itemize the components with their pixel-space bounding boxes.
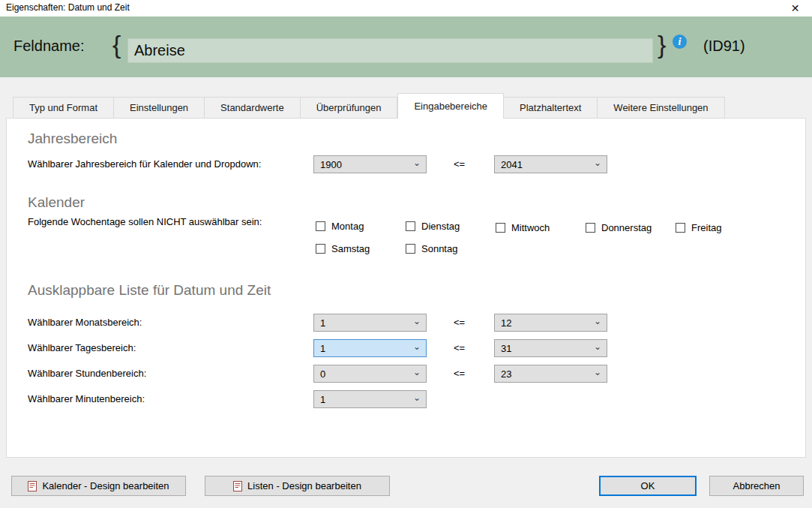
tab-platzhaltertext[interactable]: Platzhaltertext: [504, 97, 598, 119]
checkbox-sonntag[interactable]: Sonntag: [406, 243, 457, 254]
year-section-heading: Jahresbereich: [28, 131, 117, 147]
month-max-dropdown[interactable]: 12 ⌄: [494, 314, 607, 332]
checkbox-montag[interactable]: Montag: [316, 221, 364, 232]
chevron-down-icon: ⌄: [594, 159, 601, 167]
hour-max-dropdown[interactable]: 23 ⌄: [494, 365, 607, 383]
tab-typ-und-format[interactable]: Typ und Format: [13, 97, 114, 119]
day-max-dropdown[interactable]: 31 ⌄: [494, 339, 607, 357]
checkbox-label: Mittwoch: [511, 222, 550, 233]
weekday-exclude-label: Folgende Wochentage sollen NICHT auswähl…: [28, 213, 262, 231]
tab-einstellungen[interactable]: Einstellungen: [114, 97, 205, 119]
hour-min-dropdown[interactable]: 0 ⌄: [313, 365, 427, 383]
design-document-icon: [28, 481, 37, 491]
year-min-dropdown[interactable]: 1900 ⌄: [313, 155, 427, 173]
month-operator: <=: [454, 314, 465, 332]
hour-operator: <=: [454, 365, 465, 383]
checkbox-box[interactable]: [586, 223, 595, 233]
field-id: (ID91): [703, 38, 745, 55]
checkbox-label: Montag: [331, 221, 364, 232]
checkbox-mittwoch[interactable]: Mittwoch: [496, 222, 550, 233]
chevron-down-icon: ⌄: [413, 317, 421, 325]
checkbox-box[interactable]: [406, 221, 415, 231]
day-min-dropdown[interactable]: 1 ⌄: [313, 339, 427, 357]
cancel-button[interactable]: Abbrechen: [709, 476, 804, 496]
month-range-label: Wählbarer Monatsbereich:: [28, 314, 142, 332]
day-max-value: 31: [501, 343, 511, 354]
day-operator: <=: [454, 339, 465, 357]
close-icon[interactable]: ✕: [778, 0, 812, 17]
chevron-down-icon: ⌄: [413, 159, 421, 167]
edit-calendar-design-label: Kalender - Design bearbeiten: [42, 480, 169, 491]
checkbox-box[interactable]: [316, 244, 325, 254]
calendar-section-heading: Kalender: [28, 194, 85, 211]
checkbox-box[interactable]: [316, 221, 325, 231]
chevron-down-icon: ⌄: [413, 368, 421, 376]
year-min-value: 1900: [320, 159, 342, 170]
properties-dialog: Eigenschaften: Datum und Zeit ✕ Feldname…: [0, 0, 812, 508]
fieldname-label: Feldname:: [13, 38, 85, 55]
cancel-label: Abbrechen: [733, 480, 781, 491]
edit-list-design-button[interactable]: Listen - Design bearbeiten: [205, 476, 390, 496]
checkbox-box[interactable]: [406, 244, 415, 254]
checkbox-label: Sonntag: [421, 243, 457, 254]
fieldname-input[interactable]: [127, 38, 653, 63]
edit-list-design-label: Listen - Design bearbeiten: [247, 480, 361, 491]
hour-max-value: 23: [501, 368, 511, 380]
tab-standardwerte[interactable]: Standardwerte: [205, 97, 301, 119]
month-min-value: 1: [320, 317, 325, 329]
month-min-dropdown[interactable]: 1 ⌄: [313, 314, 427, 332]
day-min-value: 1: [320, 343, 325, 354]
checkbox-samstag[interactable]: Samstag: [316, 243, 370, 254]
chevron-down-icon: ⌄: [594, 317, 601, 325]
minute-min-value: 1: [320, 394, 325, 405]
tab-strip: Typ und Format Einstellungen Standardwer…: [13, 93, 725, 119]
chevron-down-icon: ⌄: [413, 343, 421, 350]
ok-button[interactable]: OK: [599, 476, 697, 496]
checkbox-label: Samstag: [331, 243, 370, 254]
tab-weitere-einstellungen[interactable]: Weitere Einstellungen: [598, 97, 724, 119]
list-section-heading: Ausklappbare Liste für Datum und Zeit: [28, 282, 271, 299]
day-range-label: Wählbarer Tagesbereich:: [28, 339, 136, 357]
close-brace: }: [658, 30, 666, 59]
checkbox-donnerstag[interactable]: Donnerstag: [586, 222, 652, 233]
tab-eingabebereiche[interactable]: Eingabebereiche: [397, 93, 504, 119]
minute-range-label: Wählbarer Minutenbereich:: [28, 390, 145, 408]
chevron-down-icon: ⌄: [594, 368, 601, 376]
year-max-value: 2041: [501, 159, 523, 170]
chevron-down-icon: ⌄: [413, 394, 421, 401]
minute-min-dropdown[interactable]: 1 ⌄: [313, 390, 427, 408]
chevron-down-icon: ⌄: [594, 343, 601, 350]
edit-calendar-design-button[interactable]: Kalender - Design bearbeiten: [11, 476, 186, 496]
tab-content-panel: Jahresbereich Wählbarer Jahresbereich fü…: [6, 118, 806, 458]
checkbox-dienstag[interactable]: Dienstag: [406, 221, 460, 232]
checkbox-label: Donnerstag: [601, 222, 652, 233]
checkbox-label: Dienstag: [421, 221, 460, 232]
hour-range-label: Wählbarer Stundenbereich:: [28, 365, 146, 383]
dialog-title: Eigenschaften: Datum und Zeit: [6, 2, 130, 13]
open-brace: {: [112, 30, 121, 59]
checkbox-label: Freitag: [691, 222, 721, 233]
year-range-label: Wählbarer Jahresbereich für Kalender und…: [28, 155, 261, 173]
month-max-value: 12: [501, 317, 511, 329]
design-document-icon: [233, 481, 242, 491]
checkbox-box[interactable]: [676, 223, 685, 233]
hour-min-value: 0: [320, 368, 325, 380]
ok-label: OK: [641, 480, 655, 491]
field-header: Feldname: { } i (ID91): [0, 17, 812, 77]
title-bar: Eigenschaften: Datum und Zeit ✕: [0, 0, 812, 17]
checkbox-box[interactable]: [496, 223, 505, 233]
info-icon[interactable]: i: [673, 35, 687, 49]
year-max-dropdown[interactable]: 2041 ⌄: [494, 155, 607, 173]
tab-ueberpruefungen[interactable]: Überprüfungen: [301, 97, 398, 119]
checkbox-freitag[interactable]: Freitag: [676, 222, 721, 233]
year-operator: <=: [454, 155, 465, 173]
